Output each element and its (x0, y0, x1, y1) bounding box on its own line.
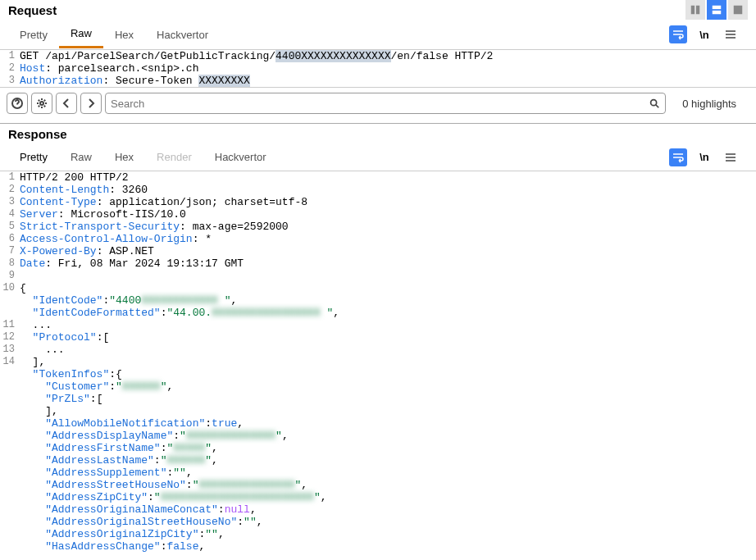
prev-icon[interactable] (56, 93, 77, 114)
tab-pretty[interactable]: Pretty (8, 22, 59, 48)
svg-point-7 (651, 100, 657, 106)
tab-raw[interactable]: Raw (59, 20, 103, 48)
search-toolbar: 0 highlights (0, 87, 756, 119)
request-title: Request (8, 3, 57, 17)
search-input-container (105, 93, 666, 114)
svg-rect-2 (713, 6, 722, 9)
gear-icon[interactable] (31, 93, 52, 114)
tab-hackvertor-resp[interactable]: Hackvertor (203, 144, 278, 170)
response-title: Response (8, 127, 67, 141)
tab-pretty-resp[interactable]: Pretty (8, 144, 59, 170)
search-input[interactable] (111, 98, 649, 110)
highlights-count: 0 highlights (669, 98, 749, 110)
wrap-lines-icon-resp[interactable] (669, 148, 687, 166)
hamburger-icon-resp[interactable] (722, 148, 740, 166)
response-tabs: Pretty Raw Hex Render Hackvertor \n (0, 144, 756, 171)
svg-rect-0 (691, 6, 695, 15)
layout-rows-icon[interactable] (707, 0, 726, 20)
search-icon[interactable] (649, 98, 660, 109)
tab-hex[interactable]: Hex (103, 22, 145, 48)
request-code[interactable]: 123 GET /api/ParcelSearch/GetPublicTrack… (0, 49, 756, 87)
layout-columns-icon[interactable] (685, 0, 705, 20)
tab-render-resp[interactable]: Render (145, 144, 203, 170)
tab-hex-resp[interactable]: Hex (103, 144, 145, 170)
layout-single-icon[interactable] (728, 0, 748, 20)
hamburger-icon[interactable] (722, 25, 740, 43)
show-whitespace-icon[interactable]: \n (695, 25, 713, 43)
svg-rect-4 (734, 6, 743, 15)
svg-rect-3 (713, 11, 722, 14)
request-tabs: Pretty Raw Hex Hackvertor \n (0, 20, 756, 49)
response-code[interactable]: 1234567891011121314 HTTP/2 200 HTTP/2Con… (0, 171, 756, 553)
wrap-lines-icon[interactable] (669, 25, 687, 43)
show-whitespace-icon-resp[interactable]: \n (695, 148, 713, 166)
help-icon[interactable] (7, 93, 28, 114)
svg-rect-1 (696, 6, 699, 15)
tab-raw-resp[interactable]: Raw (59, 144, 103, 170)
next-icon[interactable] (80, 93, 102, 114)
svg-point-6 (40, 102, 43, 105)
tab-hackvertor[interactable]: Hackvertor (145, 22, 220, 48)
